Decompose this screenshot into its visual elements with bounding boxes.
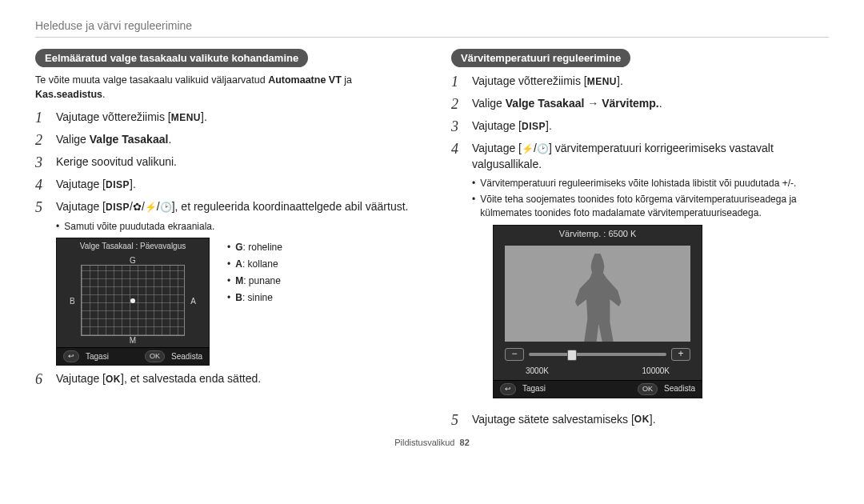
steps-right: Vajutage võtterežiimis [MENU]. Valige Va… (451, 74, 829, 429)
axis-g: G (130, 255, 136, 266)
back-button[interactable]: ↩ (63, 350, 79, 362)
ok-icon: OK (634, 413, 650, 426)
intro-text: Te võite muuta valge tasakaalu valikuid … (35, 74, 413, 102)
right-column: Värvitemperatuuri reguleerimine Vajutage… (451, 49, 829, 434)
section-pill-left: Eelmääratud valge tasakaalu valikute koh… (35, 49, 308, 67)
plus-button[interactable]: + (671, 348, 690, 361)
ok-button[interactable]: OK (145, 350, 165, 362)
divider (35, 37, 829, 38)
page-title: Heleduse ja värvi reguleerimine (35, 19, 829, 32)
disp-icon: DISP (106, 178, 130, 192)
wb-legend: G: roheline A: kollane M: punane B: sini… (227, 238, 282, 307)
menu-icon: MENU (171, 111, 201, 125)
flash-icon (522, 142, 534, 154)
timer-icon (537, 142, 549, 154)
axis-m: M (130, 335, 136, 346)
timer-icon (160, 200, 172, 213)
flash-icon (145, 200, 157, 213)
colortemp-image (505, 246, 690, 342)
axis-a: A (190, 296, 196, 307)
colortemp-preview-panel: Värvitemp. : 6500 K − + 3000K 10000K (493, 225, 702, 398)
colortemp-title: Värvitemp. : 6500 K (494, 226, 702, 242)
minus-button[interactable]: − (505, 348, 524, 361)
page-footer: Pildistusvalikud 82 (35, 438, 829, 447)
wb-grid (81, 265, 185, 336)
ok-icon: OK (106, 373, 121, 386)
axis-b: B (70, 296, 75, 307)
ok-button[interactable]: OK (638, 383, 658, 395)
menu-icon: MENU (587, 75, 617, 89)
back-button[interactable]: ↩ (500, 383, 516, 395)
wb-preview-panel: Valge Tasakaal : Päevavalgus G M B A (56, 238, 210, 366)
steps-left: Vajutage võtterežiimis [MENU]. Valige Va… (35, 110, 413, 388)
wb-preview-title: Valge Tasakaal : Päevavalgus (57, 238, 209, 254)
left-column: Eelmääratud valge tasakaalu valikute koh… (35, 49, 413, 434)
section-pill-right: Värvitemperatuuri reguleerimine (451, 49, 630, 67)
disp-icon: DISP (106, 201, 130, 214)
range-max: 10000K (642, 366, 670, 377)
macro-icon (133, 200, 142, 213)
range-min: 3000K (526, 366, 549, 377)
temp-slider[interactable] (529, 353, 666, 356)
disp-icon: DISP (522, 120, 546, 134)
